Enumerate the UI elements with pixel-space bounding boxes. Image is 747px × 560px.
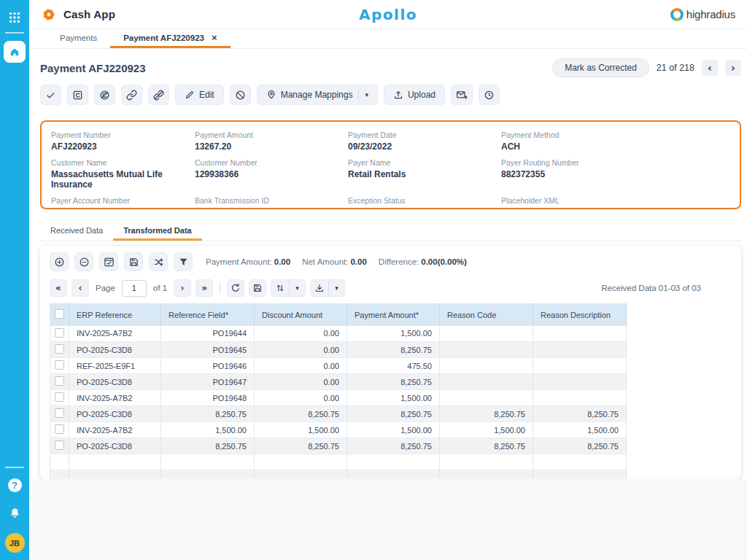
- payment-fields: Payment NumberAFJ220923Payment Amount132…: [51, 131, 740, 209]
- select-all-checkbox[interactable]: [55, 309, 64, 319]
- cash-app-logo-icon: [41, 7, 57, 23]
- notifications-button[interactable]: [4, 502, 25, 523]
- payment-field: Payment Amount13267.20: [195, 131, 348, 152]
- add-row-button[interactable]: [50, 252, 69, 271]
- user-avatar[interactable]: JB: [5, 533, 25, 553]
- action-toolbar: Edit Manage Mappings ▾ Upload: [40, 84, 741, 106]
- table-cell: 8,250.75: [347, 342, 440, 358]
- download-button[interactable]: [311, 280, 328, 296]
- help-icon: ?: [12, 480, 18, 491]
- table-row: PO-2025-C3D88,250.758,250.758,250.758,25…: [50, 438, 627, 454]
- block-button[interactable]: [230, 85, 251, 105]
- filter-button[interactable]: [174, 252, 193, 271]
- caret-down-icon[interactable]: ▾: [365, 91, 368, 98]
- shuffle-button[interactable]: [149, 252, 168, 271]
- history-clock-icon: [484, 90, 495, 101]
- left-rail: ? JB: [0, 0, 29, 560]
- sort-button[interactable]: [271, 280, 289, 296]
- table-cell: 8,250.75: [255, 406, 347, 422]
- row-checkbox[interactable]: [55, 328, 64, 338]
- payment-field: Payer Routing Number882372355: [501, 158, 740, 190]
- manage-mappings-label: Manage Mappings: [281, 90, 353, 100]
- table-cell: [533, 390, 627, 406]
- bell-icon: [9, 507, 21, 519]
- upload-button[interactable]: Upload: [384, 85, 445, 105]
- last-page-button[interactable]: »: [196, 279, 213, 297]
- table-cell: 1,500.00: [347, 422, 440, 438]
- row-checkbox[interactable]: [55, 440, 64, 450]
- column-header[interactable]: Reference Field*: [161, 304, 255, 326]
- home-icon: [9, 46, 20, 58]
- field-label: Customer Number: [195, 158, 348, 167]
- row-checkbox[interactable]: [55, 344, 64, 354]
- line-items-table: ERP ReferenceReference Field*Discount Am…: [50, 303, 627, 479]
- pencil-icon: [185, 90, 195, 100]
- next-record-button[interactable]: ›: [725, 60, 741, 76]
- history-button[interactable]: [479, 85, 500, 105]
- unlink-button[interactable]: [148, 85, 169, 105]
- table-cell: PO19645: [161, 342, 255, 358]
- save-grid-button[interactable]: [124, 252, 143, 271]
- upload-label: Upload: [408, 90, 436, 100]
- link-button[interactable]: [121, 85, 142, 105]
- help-button[interactable]: ?: [8, 478, 22, 492]
- approve-button[interactable]: [40, 85, 61, 105]
- refresh-button[interactable]: [227, 279, 244, 297]
- grid-dots-icon: [8, 11, 21, 24]
- summary-value: 0.00: [274, 257, 290, 266]
- page-number-input[interactable]: [122, 280, 147, 297]
- field-label: Payer Name: [348, 158, 501, 167]
- tab-payments[interactable]: Payments: [47, 29, 110, 48]
- prev-page-button[interactable]: ‹: [71, 279, 89, 297]
- column-header[interactable]: Reason Description: [533, 304, 627, 326]
- row-select-cell: [50, 326, 69, 342]
- disable-credit-button[interactable]: [94, 85, 115, 105]
- app-root: ? JB Cash App Apollo: [0, 0, 747, 560]
- field-label: Payment Amount: [195, 131, 348, 139]
- field-label: Payer Account Number: [51, 196, 195, 205]
- column-header[interactable]: Payment Amount*: [347, 304, 440, 326]
- edit-button[interactable]: Edit: [175, 85, 224, 105]
- tab-received-data[interactable]: Received Data: [40, 222, 113, 241]
- table-cell: 8,250.75: [440, 438, 533, 454]
- table-row: REF-2025-E9F1PO196460.00475.50: [50, 358, 627, 374]
- save-layout-button[interactable]: [249, 279, 266, 297]
- app-switcher-button[interactable]: [4, 7, 25, 28]
- row-checkbox[interactable]: [55, 424, 64, 434]
- circled-c-slash-icon: [99, 90, 110, 101]
- field-value: AFJ220923: [51, 141, 195, 152]
- row-select-cell: [50, 342, 69, 358]
- field-label: Payment Number: [51, 131, 195, 139]
- manage-mappings-button[interactable]: Manage Mappings ▾: [257, 85, 378, 105]
- column-header[interactable]: ERP Reference: [69, 304, 161, 326]
- row-checkbox[interactable]: [55, 392, 64, 402]
- column-header[interactable]: Reason Code: [440, 304, 533, 326]
- table-cell: 1,500.00: [347, 390, 440, 406]
- table-cell: 1,500.00: [440, 422, 533, 438]
- edit-cells-button[interactable]: [99, 252, 118, 271]
- table-cell: 8,250.75: [347, 374, 440, 390]
- tab-label: Received Data: [50, 226, 103, 235]
- sort-options-button[interactable]: ▾: [289, 280, 305, 296]
- row-checkbox[interactable]: [55, 360, 64, 370]
- remove-row-button[interactable]: [74, 252, 93, 271]
- field-value: 786237634: [195, 207, 348, 209]
- page-title: Payment AFJ220923: [40, 62, 146, 74]
- unlink-icon: [153, 90, 164, 101]
- row-checkbox[interactable]: [55, 408, 64, 418]
- table-cell: [347, 454, 440, 470]
- tab-transformed-data[interactable]: Transformed Data: [113, 222, 202, 241]
- download-options-button[interactable]: ▾: [328, 280, 344, 296]
- table-cell: 8,250.75: [255, 438, 347, 454]
- previous-record-button[interactable]: ‹: [702, 60, 718, 76]
- row-checkbox[interactable]: [55, 376, 64, 386]
- tab-payment-detail[interactable]: Payment AFJ220923 ×: [110, 29, 230, 48]
- copy-button[interactable]: [67, 85, 88, 105]
- email-button[interactable]: [451, 85, 473, 105]
- mark-as-corrected-button[interactable]: Mark as Corrected: [552, 58, 649, 77]
- next-page-button[interactable]: ›: [174, 279, 191, 297]
- home-button[interactable]: [4, 41, 26, 63]
- close-tab-icon[interactable]: ×: [212, 33, 217, 42]
- first-page-button[interactable]: «: [50, 279, 67, 297]
- column-header[interactable]: Discount Amount: [255, 304, 347, 326]
